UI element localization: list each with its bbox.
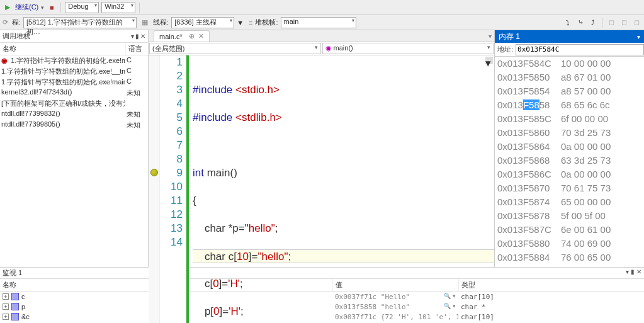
process-combo[interactable]: [5812] 1.字符指针与字符数组的初… xyxy=(23,17,137,28)
scope-right[interactable]: ◉ main() xyxy=(322,43,494,54)
stop-icon[interactable]: ■ xyxy=(47,3,57,13)
expand-icon[interactable]: + xyxy=(3,303,9,310)
memory-row[interactable]: 0x013F588476 00 65 00 xyxy=(495,251,644,264)
scope-bar: (全局范围) ◉ main() xyxy=(149,42,494,55)
memory-row[interactable]: 0x013F5850a8 67 01 00 xyxy=(495,71,644,84)
line-numbers: 1234567891011121314 xyxy=(160,55,186,323)
code-editor[interactable]: 1234567891011121314 ▾ #include <stdio.h>… xyxy=(149,55,494,323)
scope-left[interactable]: (全局范围) xyxy=(149,43,321,54)
dropdown-icon[interactable]: ▾ xyxy=(131,33,134,40)
thread-label: 线程: xyxy=(153,18,169,27)
thread-combo[interactable]: [6336] 主线程 xyxy=(171,17,234,28)
editor-panel: main.c* ⊕ ✕ ▾ (全局范围) ◉ main() 1234567891… xyxy=(149,30,494,267)
step-over-icon[interactable]: ⤵ xyxy=(563,18,573,28)
continue-icon[interactable]: ▶ xyxy=(3,3,13,13)
platform-combo[interactable]: Win32 xyxy=(101,2,135,13)
step-out-icon[interactable]: ⤴ xyxy=(588,18,598,28)
callstack-row[interactable]: ◉ 1.字符指针与字符数组的初始化.exe!main(i…C xyxy=(0,55,148,66)
misc-icon[interactable]: ◻ xyxy=(631,18,641,28)
watch-title: 监视 1 xyxy=(3,268,22,278)
close-icon[interactable]: ✕ xyxy=(198,32,204,40)
debug-toolbar-2: ⟳ 程: [5812] 1.字符指针与字符数组的初… ▦ 线程: [6336] … xyxy=(0,15,644,30)
close-icon[interactable]: ✕ xyxy=(140,33,145,40)
memory-row[interactable]: 0x013F58785f 00 5f 00 xyxy=(495,209,644,223)
memory-row[interactable]: 0x013F588074 00 69 00 xyxy=(495,237,644,251)
continue-label[interactable]: 继续(C) xyxy=(15,3,38,12)
memory-panel: 内存 1 ▾ 地址: 0x013F584C10 00 00 000x013F58… xyxy=(494,30,644,267)
expand-icon[interactable]: + xyxy=(3,314,9,320)
callstack-header: 名称语言 xyxy=(0,43,148,55)
callstack-row[interactable]: 1.字符指针与字符数组的初始化.exe!__tmaiC xyxy=(0,66,148,77)
expand-icon[interactable]: + xyxy=(3,293,9,300)
expand-icon[interactable]: ▾ xyxy=(485,57,493,64)
memory-row[interactable]: 0x013F586070 3d 25 73 xyxy=(495,126,644,140)
callstack-panel: 调用堆栈 ▾ ▮ ✕ 名称语言 ◉ 1.字符指针与字符数组的初始化.exe!ma… xyxy=(0,30,149,267)
addr-label: 地址: xyxy=(495,45,516,54)
memory-row[interactable]: 0x013F5854a8 57 00 00 xyxy=(495,84,644,98)
memory-row[interactable]: 0x013F58640a 00 00 00 xyxy=(495,140,644,154)
misc-icon[interactable]: ◻ xyxy=(619,18,629,28)
callstack-row[interactable]: [下面的框架可能不正确和/或缺失，没有为 xyxy=(0,98,148,109)
step-into-icon[interactable]: ⤷ xyxy=(575,18,585,28)
memory-row[interactable]: 0x013F585868 65 6c 6c xyxy=(495,98,644,112)
callstack-row[interactable]: ntdll.dll!77399832()未知 xyxy=(0,109,148,120)
editor-tabbar: main.c* ⊕ ✕ ▾ xyxy=(149,30,494,42)
frame-combo[interactable]: main xyxy=(281,17,356,28)
callstack-row[interactable]: kernel32.dll!74f7343d()未知 xyxy=(0,88,148,98)
var-icon xyxy=(11,303,19,310)
var-icon xyxy=(11,293,19,300)
memory-row[interactable]: 0x013F587070 61 75 73 xyxy=(495,181,644,195)
debug-toolbar: ▶ 继续(C) ▾ ■ Debug Win32 xyxy=(0,0,644,15)
var-icon xyxy=(11,313,19,320)
pin-icon[interactable]: ▮ xyxy=(135,33,139,40)
frame-label: 堆栈帧: xyxy=(255,18,278,27)
code-area[interactable]: ▾ #include <stdio.h> #include <stdlib.h>… xyxy=(189,55,494,323)
config-combo[interactable]: Debug xyxy=(65,2,99,13)
callstack-row[interactable]: 1.字符指针与字符数组的初始化.exe!mainCC xyxy=(0,77,148,88)
process-label: 程: xyxy=(12,18,21,27)
editor-tab[interactable]: main.c* ⊕ ✕ xyxy=(154,30,210,42)
memory-row[interactable]: 0x013F586863 3d 25 73 xyxy=(495,154,644,167)
misc-icon[interactable]: ◻ xyxy=(606,18,616,28)
addr-input[interactable] xyxy=(516,44,644,55)
memory-title: 内存 1 xyxy=(499,31,520,42)
memory-row[interactable]: 0x013F58885f 00 73 00 xyxy=(495,264,644,267)
callstack-row[interactable]: ntdll.dll!77399805()未知 xyxy=(0,120,148,130)
memory-row[interactable]: 0x013F586C0a 00 00 00 xyxy=(495,167,644,181)
breakpoint-marker[interactable] xyxy=(150,169,158,176)
pin-icon[interactable]: ⊕ xyxy=(189,32,195,40)
memory-row[interactable]: 0x013F587465 00 00 00 xyxy=(495,195,644,209)
memory-row[interactable]: 0x013F584C10 00 00 00 xyxy=(495,57,644,71)
breakpoint-gutter[interactable] xyxy=(149,55,160,323)
memory-row[interactable]: 0x013F587C6e 00 61 00 xyxy=(495,223,644,237)
memory-row[interactable]: 0x013F585C6f 00 00 00 xyxy=(495,112,644,126)
